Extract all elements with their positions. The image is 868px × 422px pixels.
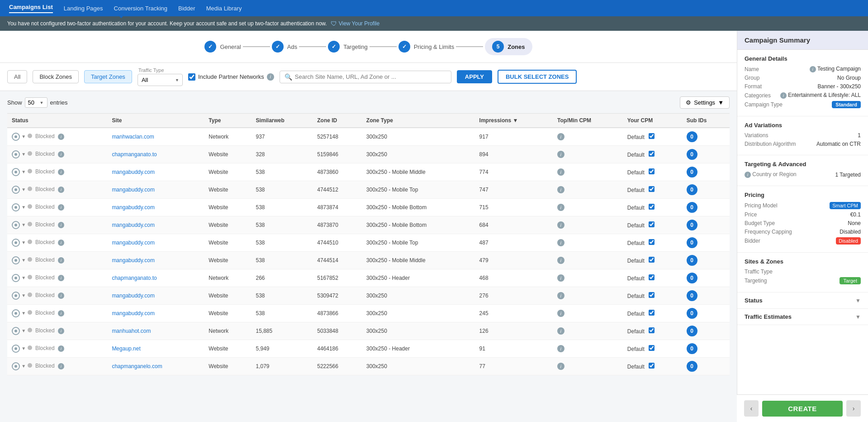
target-toggle-icon[interactable] [12,256,20,264]
search-input[interactable] [295,73,446,80]
sub-ids-badge[interactable]: 0 [687,361,697,372]
include-partner-checkbox[interactable] [188,73,195,81]
row-info-icon[interactable]: i [58,240,64,246]
dropdown-caret-icon[interactable]: ▼ [21,328,26,333]
name-info-icon[interactable]: i [810,66,816,72]
cpm-checkbox[interactable] [649,363,655,369]
categories-info-icon[interactable]: i [780,92,787,99]
create-button[interactable]: CREATE [762,401,843,417]
dropdown-caret-icon[interactable]: ▼ [21,293,26,298]
sub-ids-badge[interactable]: 0 [687,273,697,283]
target-toggle-icon[interactable] [12,133,20,141]
cpm-checkbox[interactable] [649,221,655,227]
prev-button[interactable]: ‹ [744,400,759,417]
dropdown-caret-icon[interactable]: ▼ [21,152,26,157]
sidebar-traffic-estimates-collapse[interactable]: Traffic Estimates ▼ [737,309,868,325]
cpm-info-icon[interactable]: i [557,221,564,229]
sub-ids-badge[interactable]: 0 [687,202,697,213]
sub-ids-badge[interactable]: 0 [687,184,697,195]
cpm-info-icon[interactable]: i [557,186,564,193]
sub-ids-badge[interactable]: 0 [687,290,697,301]
cpm-checkbox[interactable] [649,239,655,245]
row-info-icon[interactable]: i [58,275,64,281]
row-info-icon[interactable]: i [58,222,64,228]
nav-landing-pages[interactable]: Landing Pages [64,5,103,12]
cpm-info-icon[interactable]: i [557,204,564,211]
col-impressions[interactable]: Impressions ▼ [475,114,553,128]
cpm-checkbox[interactable] [649,257,655,263]
dropdown-caret-icon[interactable]: ▼ [21,258,26,263]
sub-ids-badge[interactable]: 0 [687,343,697,354]
target-toggle-icon[interactable] [12,239,20,247]
row-info-icon[interactable]: i [58,363,64,369]
step-ads[interactable]: ✓ Ads [272,41,297,53]
cpm-checkbox[interactable] [649,133,655,139]
nav-campaigns-list[interactable]: Campaigns List [9,4,53,13]
target-toggle-icon[interactable] [12,168,20,176]
row-info-icon[interactable]: i [58,151,64,158]
cpm-info-icon[interactable]: i [557,363,564,370]
entries-select[interactable]: 50 100 200 [25,97,47,108]
sub-ids-badge[interactable]: 0 [687,149,697,160]
target-toggle-icon[interactable] [12,186,20,194]
target-toggle-icon[interactable] [12,292,20,300]
nav-media-library[interactable]: Media Library [206,5,242,12]
sub-ids-badge[interactable]: 0 [687,308,697,319]
row-info-icon[interactable]: i [58,345,64,352]
nav-bidder[interactable]: Bidder [178,5,195,12]
dropdown-caret-icon[interactable]: ▼ [21,311,26,316]
row-info-icon[interactable]: i [58,293,64,299]
cpm-checkbox[interactable] [649,292,655,298]
cpm-info-icon[interactable]: i [557,327,564,335]
all-tab-button[interactable]: All [7,70,27,83]
dropdown-caret-icon[interactable]: ▼ [21,205,26,210]
sub-ids-badge[interactable]: 0 [687,131,697,142]
traffic-type-select[interactable]: All Desktop Mobile [138,74,183,86]
cpm-checkbox[interactable] [649,274,655,280]
cpm-checkbox[interactable] [649,186,655,192]
dropdown-caret-icon[interactable]: ▼ [21,346,26,351]
target-toggle-icon[interactable] [12,345,20,353]
target-zones-button[interactable]: Target Zones [84,70,132,83]
cpm-checkbox[interactable] [649,168,655,174]
row-info-icon[interactable]: i [58,134,64,140]
sub-ids-badge[interactable]: 0 [687,167,697,177]
step-zones[interactable]: 5 Zones [485,38,532,55]
dropdown-caret-icon[interactable]: ▼ [21,240,26,245]
apply-button[interactable]: APPLY [457,70,492,83]
block-zones-button[interactable]: Block Zones [33,70,79,83]
dropdown-caret-icon[interactable]: ▼ [21,169,26,174]
nav-conversion-tracking[interactable]: Conversion Tracking [114,5,168,12]
country-info-icon[interactable]: i [745,172,751,178]
view-profile-link[interactable]: 🛡 View Your Profile [331,20,380,27]
row-info-icon[interactable]: i [58,310,64,316]
target-toggle-icon[interactable] [12,203,20,211]
next-button[interactable]: › [846,400,861,417]
bulk-select-button[interactable]: BULK SELECT ZONES [498,70,577,84]
cpm-info-icon[interactable]: i [557,239,564,246]
target-toggle-icon[interactable] [12,221,20,229]
include-partner-info-icon[interactable]: i [267,73,274,81]
sub-ids-badge[interactable]: 0 [687,255,697,266]
sub-ids-badge[interactable]: 0 [687,326,697,336]
sidebar-status-collapse[interactable]: Status ▼ [737,293,868,309]
cpm-checkbox[interactable] [649,151,655,157]
cpm-info-icon[interactable]: i [557,151,564,158]
target-toggle-icon[interactable] [12,362,20,370]
target-toggle-icon[interactable] [12,327,20,335]
row-info-icon[interactable]: i [58,328,64,334]
row-info-icon[interactable]: i [58,257,64,264]
dropdown-caret-icon[interactable]: ▼ [21,275,26,280]
row-info-icon[interactable]: i [58,169,64,175]
row-info-icon[interactable]: i [58,187,64,193]
dropdown-caret-icon[interactable]: ▼ [21,134,26,139]
cpm-checkbox[interactable] [649,345,655,351]
cpm-info-icon[interactable]: i [557,292,564,299]
cpm-checkbox[interactable] [649,310,655,316]
cpm-info-icon[interactable]: i [557,257,564,264]
target-toggle-icon[interactable] [12,274,20,282]
cpm-info-icon[interactable]: i [557,345,564,352]
cpm-info-icon[interactable]: i [557,168,564,176]
step-general[interactable]: ✓ General [204,41,241,53]
cpm-info-icon[interactable]: i [557,274,564,282]
